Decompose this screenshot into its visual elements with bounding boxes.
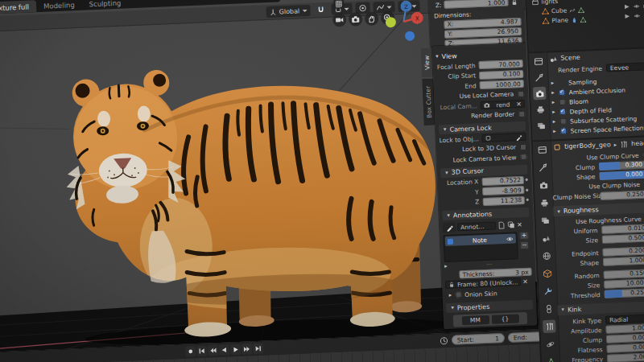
section-checkbox[interactable] [559, 109, 566, 115]
render-border-checkbox[interactable] [518, 110, 525, 117]
tab-object-data-properties[interactable] [544, 355, 558, 362]
close-icon[interactable]: ✕ [522, 278, 528, 285]
clump-noise-size-field[interactable]: 0.250 [600, 190, 644, 200]
editor-type-selector[interactable] [531, 55, 545, 68]
cursor-value-field[interactable]: 0.7522 [481, 175, 524, 185]
duplicate-annotation-icon[interactable] [507, 220, 515, 228]
snap-toggle-button[interactable] [313, 4, 328, 16]
tab-constraint-properties[interactable] [542, 302, 555, 315]
jump-start-button[interactable] [196, 346, 208, 357]
animate-decorator-icon[interactable] [526, 188, 529, 191]
play-reverse-button[interactable] [219, 344, 230, 356]
frame-start-field[interactable]: Start: 1 [452, 333, 505, 345]
onion-skin-checkbox[interactable] [455, 291, 461, 298]
kink-panel-header[interactable]: ▾ Kink [557, 299, 644, 315]
lock-to-3d-cursor-checkbox[interactable] [520, 143, 526, 150]
cursor-value-field[interactable]: 11.238 [482, 195, 525, 205]
section-checkbox[interactable] [559, 99, 565, 105]
lock-camera-to-view-checkbox[interactable] [520, 154, 526, 160]
caret-right-icon[interactable]: ▸ [552, 99, 555, 105]
value-field[interactable]: 1000.00 [479, 80, 523, 89]
animate-decorator-icon[interactable] [525, 178, 528, 181]
value-field[interactable]: 70.000 [478, 60, 522, 69]
play-button[interactable] [230, 344, 242, 356]
property-field[interactable]: 0.000 [606, 333, 644, 343]
property-field[interactable]: 0.000 [606, 343, 644, 352]
gizmo-y-axis-ball[interactable] [386, 17, 397, 28]
eye-icon[interactable] [634, 3, 640, 10]
tab-scene-properties[interactable] [539, 232, 552, 245]
section-checkbox[interactable] [559, 89, 565, 96]
tab-modifier-properties[interactable] [541, 284, 555, 298]
next-keyframe-button[interactable] [242, 343, 253, 355]
close-icon[interactable]: ✕ [516, 100, 522, 107]
property-slider[interactable]: 0.300 [599, 161, 644, 171]
tab-view-layer-properties[interactable] [535, 119, 548, 133]
eyedropper-icon[interactable] [515, 133, 522, 140]
3d-viewport[interactable]: Global [0, 0, 539, 352]
transform-orientation-dropdown[interactable]: Global [266, 5, 310, 18]
annotation-tool-dropdown[interactable] [443, 223, 456, 233]
workspace-tab[interactable]: Modeling [36, 0, 82, 12]
jump-end-button[interactable] [253, 343, 264, 355]
breadcrumb-object[interactable]: tigerBody_geo [564, 141, 611, 150]
caret-right-icon[interactable]: ▸ [553, 128, 556, 134]
caret-right-icon[interactable]: ▸ [448, 292, 452, 298]
caret-right-icon[interactable]: ▸ [551, 89, 555, 96]
prev-keyframe-button[interactable] [208, 345, 219, 356]
autokey-record-button[interactable] [185, 346, 196, 357]
lock-to-object-field[interactable] [482, 133, 526, 142]
layer-color-swatch[interactable] [448, 238, 453, 244]
render-engine-dropdown[interactable]: Eevee [606, 61, 644, 72]
editor-type-selector[interactable] [535, 143, 549, 157]
braces-button[interactable]: {} [491, 314, 518, 323]
animate-decorator-icon[interactable] [526, 198, 529, 201]
kink-type-dropdown[interactable]: Radial [605, 314, 644, 324]
property-slider[interactable]: 0.000 [599, 171, 644, 180]
cursor-value-field[interactable]: -8.909 [482, 186, 525, 195]
close-icon[interactable]: ✕ [517, 221, 522, 228]
use-local-camera-checkbox[interactable] [518, 90, 524, 97]
caret-right-icon[interactable]: ▸ [552, 109, 555, 115]
add-layer-button[interactable]: + [519, 232, 528, 240]
gizmo-minus-z-ball[interactable] [405, 31, 415, 40]
tab-view-layer-properties[interactable] [539, 214, 552, 228]
caret-right-icon[interactable]: ▸ [553, 118, 556, 125]
section-checkbox[interactable] [560, 128, 567, 134]
property-field[interactable]: 0.500 [602, 233, 644, 243]
property-field[interactable]: 0.010 [601, 224, 644, 233]
scale-z-field[interactable]: 1.000 [444, 0, 508, 9]
property-field[interactable]: 0.250 [605, 288, 644, 298]
caret-right-icon[interactable]: ▸ [551, 80, 555, 86]
new-annotation-icon[interactable] [497, 221, 506, 229]
eye-icon[interactable] [634, 13, 640, 19]
tab-tool-properties[interactable] [536, 161, 550, 175]
sidebar-tab-view[interactable]: View [421, 48, 433, 78]
tiger-3d-model[interactable] [27, 30, 462, 352]
mm-button[interactable]: MM [461, 315, 489, 325]
navigation-gizmo[interactable]: Z X [382, 0, 425, 43]
selectable-toggle-icon[interactable] [624, 13, 630, 19]
tab-output-properties[interactable] [534, 103, 547, 117]
tab-object-properties[interactable] [540, 266, 554, 280]
property-field[interactable]: 10.000 [604, 278, 644, 288]
lock-icon[interactable] [510, 0, 518, 6]
property-field[interactable]: 0.150 [604, 269, 644, 278]
property-field[interactable]: 2.000 [607, 352, 644, 362]
value-field[interactable]: 0.100 [479, 69, 523, 79]
tab-render-properties[interactable] [533, 87, 547, 101]
property-field[interactable]: 1.000 [603, 256, 644, 265]
section-checkbox[interactable] [559, 118, 566, 125]
remove-layer-button[interactable]: − [520, 241, 529, 249]
eye-icon[interactable] [506, 235, 514, 242]
annotation-layer-row[interactable]: Note [445, 233, 516, 246]
tab-world-properties[interactable] [539, 249, 553, 262]
property-field[interactable]: 1.000 [605, 323, 644, 333]
properties-subpanel-header[interactable]: ▾ Properties [446, 300, 533, 314]
tab-particle-properties[interactable] [543, 319, 556, 333]
tab-render-properties[interactable] [537, 179, 551, 192]
outliner[interactable]: shading mask shading mask ctrl_previs su… [526, 0, 644, 51]
annotation-layers-list[interactable]: Note [443, 232, 518, 262]
local-camera-field[interactable]: rend ✕ [481, 100, 525, 109]
breadcrumb-particle-system[interactable]: headFur [631, 139, 644, 147]
